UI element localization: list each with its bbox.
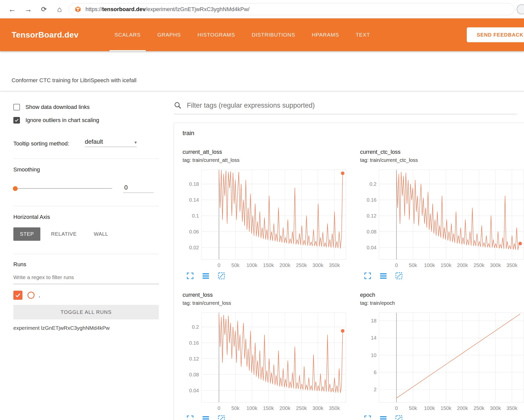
tab-hparams[interactable]: HPARAMS	[305, 18, 346, 51]
svg-text:50k: 50k	[231, 262, 240, 268]
ignore-outliers-checkbox[interactable]	[13, 117, 20, 124]
fit-data-icon[interactable]	[394, 272, 403, 281]
run-color-indicator	[27, 292, 35, 299]
svg-text:150k: 150k	[441, 405, 452, 411]
svg-text:350k: 350k	[329, 405, 340, 411]
smoothing-value-input[interactable]: 0	[123, 184, 154, 193]
train-card-title[interactable]: train	[174, 123, 524, 137]
smoothing-slider-thumb[interactable]	[13, 186, 18, 191]
chart-tag: tag: train/current_loss	[183, 300, 349, 306]
chevron-down-icon: ▾	[134, 140, 137, 145]
svg-text:300k: 300k	[312, 262, 324, 268]
experiment-description: Conformer CTC training for LibriSpeech w…	[12, 77, 136, 84]
horizontal-lines-icon[interactable]	[201, 272, 210, 281]
smoothing-label: Smoothing	[13, 166, 159, 173]
chart-plot[interactable]: 0.020.060.10.140.18050k100k150k200k250k3…	[183, 168, 349, 269]
svg-text:0.08: 0.08	[189, 372, 199, 377]
svg-text:50k: 50k	[409, 405, 417, 411]
svg-text:0.1: 0.1	[192, 213, 199, 219]
scalar-chart-card: current_att_loss tag: train/current_att_…	[178, 149, 349, 281]
filter-tags-row	[174, 101, 517, 114]
svg-text:0: 0	[395, 405, 398, 411]
filter-tags-input[interactable]	[187, 102, 517, 109]
tab-scalars[interactable]: SCALARS	[108, 18, 147, 51]
svg-text:100k: 100k	[246, 405, 257, 411]
expand-chart-icon[interactable]	[363, 414, 372, 420]
svg-text:250k: 250k	[296, 405, 307, 411]
show-download-links-checkbox[interactable]	[13, 104, 20, 110]
axis-step-button[interactable]: STEP	[13, 227, 40, 241]
svg-text:100k: 100k	[246, 262, 257, 268]
svg-text:0.06: 0.06	[189, 229, 199, 234]
horizontal-lines-icon[interactable]	[379, 414, 388, 420]
address-bar[interactable]: https://tensorboard.dev/experiment/lzGnE…	[69, 3, 514, 15]
check-icon	[14, 118, 19, 123]
svg-text:300k: 300k	[490, 405, 501, 411]
axis-wall-button[interactable]: WALL	[87, 227, 115, 241]
forward-icon[interactable]: →	[22, 0, 35, 18]
home-icon[interactable]: ⌂	[53, 0, 66, 18]
horizontal-lines-icon[interactable]	[201, 414, 210, 420]
svg-text:0.16: 0.16	[367, 197, 376, 203]
svg-text:250k: 250k	[296, 262, 307, 268]
scalar-chart-card: current_loss tag: train/current_loss 0.0…	[178, 292, 349, 420]
svg-text:200k: 200k	[279, 262, 290, 268]
svg-text:0.12: 0.12	[367, 213, 376, 219]
chart-title: current_ctc_loss	[360, 149, 524, 155]
settings-sidebar: Show data download links Ignore outliers…	[0, 91, 166, 420]
tab-text[interactable]: TEXT	[349, 18, 376, 51]
chart-plot[interactable]: 26101418050k100k150k200k250k300k350k	[360, 311, 524, 412]
ignore-outliers-label: Ignore outliers in chart scaling	[25, 117, 99, 124]
tooltip-sorting-dropdown[interactable]: default ▾	[85, 138, 137, 147]
runs-filter-input[interactable]	[13, 274, 159, 284]
run-checkbox[interactable]	[13, 291, 22, 300]
svg-text:0.04: 0.04	[189, 388, 199, 393]
chart-toolbar	[360, 272, 524, 281]
svg-text:0.14: 0.14	[189, 197, 199, 203]
train-card: train current_att_loss tag: train/curren…	[174, 123, 524, 420]
back-icon[interactable]: ←	[6, 0, 19, 18]
tab-distributions[interactable]: DISTRIBUTIONS	[245, 18, 302, 51]
fit-data-icon[interactable]	[217, 414, 226, 420]
expand-chart-icon[interactable]	[186, 272, 195, 281]
reload-icon[interactable]: ⟳	[37, 0, 50, 18]
svg-text:250k: 250k	[474, 262, 485, 268]
svg-text:0.02: 0.02	[189, 245, 199, 250]
svg-text:0.12: 0.12	[189, 356, 199, 362]
svg-text:200k: 200k	[279, 405, 290, 411]
svg-text:0.2: 0.2	[192, 324, 199, 330]
axis-relative-button[interactable]: RELATIVE	[44, 227, 83, 241]
experiment-subtitle-bar: Conformer CTC training for LibriSpeech w…	[0, 51, 524, 91]
svg-text:0: 0	[395, 262, 398, 268]
expand-chart-icon[interactable]	[186, 414, 195, 420]
chart-plot[interactable]: 0.040.080.120.160.2050k100k150k200k250k3…	[183, 311, 349, 412]
tensorboard-header: TensorBoard.dev SCALARS GRAPHS HISTOGRAM…	[0, 18, 524, 51]
smoothing-slider[interactable]	[13, 188, 112, 189]
expand-chart-icon[interactable]	[363, 272, 372, 281]
scalar-chart-card: current_ctc_loss tag: train/current_ctc_…	[355, 149, 524, 281]
tab-histograms[interactable]: HISTOGRAMS	[191, 18, 242, 51]
chart-title: epoch	[360, 292, 524, 298]
svg-text:6: 6	[374, 370, 376, 375]
svg-text:150k: 150k	[263, 262, 274, 268]
chart-toolbar	[183, 272, 349, 281]
svg-text:2: 2	[374, 387, 376, 392]
chart-plot[interactable]: 0.040.080.120.160.2050k100k150k200k250k3…	[360, 168, 524, 269]
horizontal-lines-icon[interactable]	[379, 272, 388, 281]
svg-text:300k: 300k	[490, 262, 501, 268]
fit-data-icon[interactable]	[394, 414, 403, 420]
toggle-all-runs-button[interactable]: TOGGLE ALL RUNS	[13, 305, 159, 319]
svg-text:350k: 350k	[507, 262, 518, 268]
divider	[13, 206, 159, 206]
fit-data-icon[interactable]	[217, 272, 226, 281]
tab-graphs[interactable]: GRAPHS	[151, 18, 188, 51]
content-area: Show data download links Ignore outliers…	[0, 91, 524, 420]
send-feedback-button[interactable]: SEND FEEDBACK	[467, 27, 524, 42]
svg-text:10: 10	[371, 352, 376, 358]
divider	[13, 159, 159, 159]
check-icon	[15, 292, 21, 298]
profile-avatar[interactable]	[517, 4, 524, 14]
brand-title[interactable]: TensorBoard.dev	[12, 18, 78, 51]
chart-tag: tag: train/current_ctc_loss	[360, 157, 524, 163]
svg-text:250k: 250k	[474, 405, 485, 411]
